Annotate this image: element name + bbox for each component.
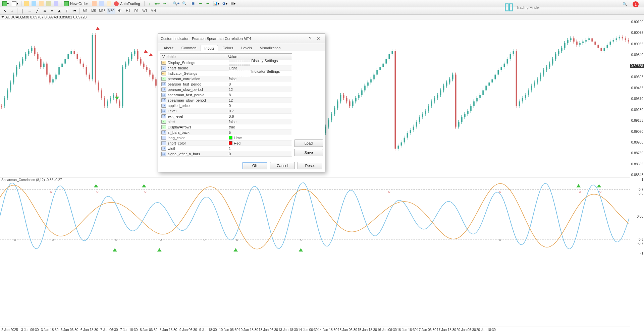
- horizontal-line-icon[interactable]: ─: [26, 8, 33, 14]
- new-chart-icon[interactable]: ▾: [1, 1, 10, 7]
- signals-icon[interactable]: [98, 1, 105, 7]
- timeframe-d1[interactable]: D1: [132, 8, 141, 14]
- input-row-indicator_settings[interactable]: abIndicator_Settings========== Indicator…: [160, 71, 292, 76]
- ok-button[interactable]: OK: [243, 162, 267, 169]
- search-icon[interactable]: 🔍: [623, 2, 627, 6]
- variable-value[interactable]: 0.6: [227, 114, 292, 118]
- metaquotes-icon[interactable]: [91, 1, 98, 7]
- variable-value[interactable]: Red: [227, 141, 292, 145]
- svg-marker-443: [576, 184, 581, 187]
- input-row-signal_after_n_bars[interactable]: 12signal_after_n_bars0: [160, 151, 292, 157]
- variable-value[interactable]: 1: [227, 147, 292, 151]
- save-button[interactable]: Save: [294, 149, 323, 156]
- tab-colors[interactable]: Colors: [219, 45, 237, 51]
- reset-button[interactable]: Reset: [298, 162, 322, 169]
- variable-value[interactable]: 0: [227, 152, 292, 156]
- input-row-pearson_correlation[interactable]: ✓pearson_correlationfalse: [160, 76, 292, 81]
- terminal-icon[interactable]: [38, 1, 45, 7]
- indicators-icon[interactable]: 📊▾: [212, 1, 221, 7]
- timeframe-h1[interactable]: H1: [116, 8, 124, 14]
- timeframe-m5[interactable]: M5: [90, 8, 98, 14]
- trendline-icon[interactable]: ╱: [34, 8, 41, 14]
- help-icon[interactable]: ?: [306, 36, 314, 41]
- input-row-pearson_slow_period[interactable]: 12pearson_slow_period12: [160, 87, 292, 92]
- expert-advisors-icon[interactable]: [106, 1, 112, 7]
- load-button[interactable]: Load: [294, 140, 323, 147]
- bar-chart-icon[interactable]: ⫿: [146, 1, 153, 7]
- profiles-icon[interactable]: ▾: [11, 1, 19, 7]
- input-row-pearson_fast_period[interactable]: 12pearson_fast_period8: [160, 81, 292, 87]
- input-row-sl_bars_back[interactable]: 12sl_bars_back5: [160, 130, 292, 135]
- timeframe-w1[interactable]: W1: [141, 8, 149, 14]
- chart-menu-icon[interactable]: [1, 16, 4, 18]
- tab-about[interactable]: About: [160, 45, 177, 51]
- timeframe-m30[interactable]: M30: [107, 8, 115, 14]
- input-row-short_color[interactable]: short_colorRed: [160, 141, 292, 146]
- timeframe-m1[interactable]: M1: [81, 8, 89, 14]
- chart-header[interactable]: AUDCAD,M30 0.89707 0.89748 0.89681 0.897…: [0, 15, 644, 19]
- cursor-icon[interactable]: ↖: [1, 8, 8, 14]
- variable-value[interactable]: 8: [227, 93, 292, 97]
- indicator-pane[interactable]: Spearman_Correlation (8,12) -0.36 -0.27 …: [0, 177, 630, 254]
- variable-value[interactable]: true: [227, 125, 292, 129]
- input-row-alert[interactable]: ✓alertfalse: [160, 119, 292, 124]
- tab-levels[interactable]: Levels: [237, 45, 256, 51]
- variable-value[interactable]: 8: [227, 82, 292, 86]
- variable-value[interactable]: ========== Indicator Settings ==========: [227, 69, 292, 77]
- channel-icon[interactable]: ≋: [41, 8, 48, 14]
- variable-value[interactable]: 0.7: [227, 109, 292, 113]
- data-window-icon[interactable]: [53, 1, 59, 7]
- input-row-level[interactable]: 12Level0.7: [160, 108, 292, 114]
- timeframe-m15[interactable]: M15: [98, 8, 106, 14]
- shift-chart-icon[interactable]: ⇤: [197, 1, 204, 7]
- fibonacci-icon[interactable]: ≡: [49, 8, 55, 14]
- crosshair-icon[interactable]: +: [9, 8, 15, 14]
- candlestick-icon[interactable]: ᚔ: [154, 1, 161, 7]
- timeframe-mn[interactable]: MN: [149, 8, 157, 14]
- cancel-button[interactable]: Cancel: [270, 162, 295, 169]
- periodicity-icon[interactable]: ◕▾: [221, 1, 229, 7]
- input-row-spearman_slow_period[interactable]: 12spearman_slow_period12: [160, 98, 292, 103]
- variable-value[interactable]: 12: [227, 98, 292, 102]
- tab-visualization[interactable]: Visualization: [256, 45, 284, 51]
- line-chart-icon[interactable]: ⤳: [161, 1, 168, 7]
- input-row-spearman_fast_peroid[interactable]: 12spearman_fast_peroid8: [160, 92, 292, 98]
- close-icon[interactable]: ✕: [314, 36, 322, 41]
- variable-value[interactable]: 12: [227, 88, 292, 92]
- notification-badge[interactable]: 1: [633, 1, 639, 7]
- strategy-tester-icon[interactable]: [45, 1, 52, 7]
- zoom-out-icon[interactable]: 🔍-: [181, 1, 189, 7]
- column-variable[interactable]: Variable: [160, 54, 226, 60]
- input-row-width[interactable]: 12width1: [160, 146, 292, 151]
- input-row-exit_level[interactable]: 12exit_level0.6: [160, 114, 292, 119]
- variable-value[interactable]: 0: [227, 104, 292, 108]
- auto-scroll-icon[interactable]: ⇥: [205, 1, 211, 7]
- text-label-icon[interactable]: A: [56, 8, 63, 14]
- price-tick: 0.89370: [631, 97, 643, 101]
- templates-icon[interactable]: ▦▾: [229, 1, 237, 7]
- type-icon: 12: [161, 114, 166, 118]
- tab-inputs[interactable]: Inputs: [201, 45, 218, 51]
- autotrading-button[interactable]: AutoTrading: [113, 1, 143, 7]
- timeframe-h4[interactable]: H4: [124, 8, 132, 14]
- variable-value[interactable]: Lime: [227, 136, 292, 140]
- tab-common[interactable]: Common: [178, 45, 200, 51]
- zoom-in-icon[interactable]: 🔍+: [172, 1, 180, 7]
- arrows-icon[interactable]: ↕▾: [71, 8, 77, 14]
- input-row-displayarrows[interactable]: ✓DisplayArrowstrue: [160, 124, 292, 130]
- navigator-icon[interactable]: [31, 1, 37, 7]
- market-watch-icon[interactable]: [23, 1, 30, 7]
- text-icon[interactable]: T: [63, 8, 70, 14]
- tile-windows-icon[interactable]: ⊞: [190, 1, 197, 7]
- input-row-display_settings[interactable]: abDisplay_Settings========== Display Set…: [160, 60, 292, 65]
- dialog-titlebar[interactable]: Custom Indicator - Pearson Spearman Corr…: [158, 34, 325, 43]
- time-tick: 20 Jan 18:30: [476, 328, 496, 332]
- variable-value[interactable]: false: [227, 120, 292, 124]
- variable-value[interactable]: 5: [227, 130, 292, 134]
- variable-value[interactable]: ========== Display Settings ==========: [227, 59, 292, 67]
- input-row-long_color[interactable]: long_colorLime: [160, 135, 292, 141]
- vertical-line-icon[interactable]: │: [19, 8, 26, 14]
- variable-value[interactable]: false: [227, 77, 292, 81]
- new-order-button[interactable]: New Order: [63, 1, 90, 7]
- input-row-applied_price[interactable]: 12applied_price0: [160, 103, 292, 108]
